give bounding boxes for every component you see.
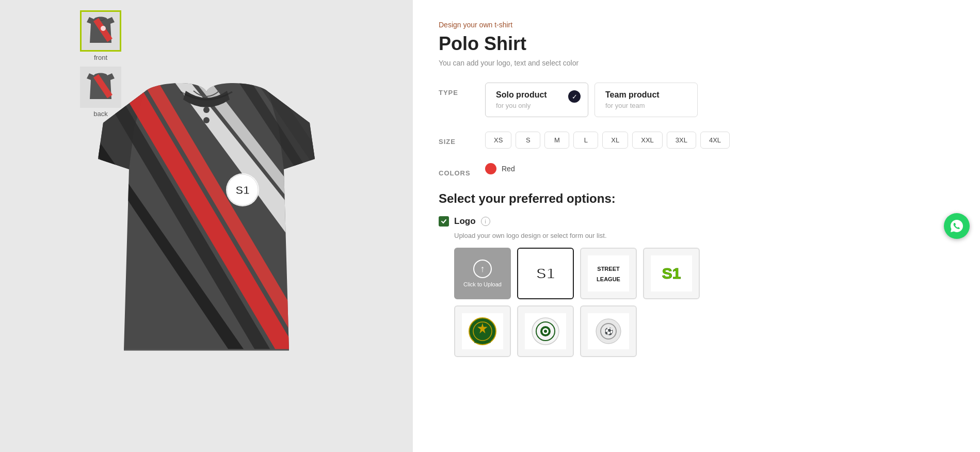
size-options: XS S M L XL XXL 3XL 4XL [485, 132, 730, 149]
svg-rect-10 [588, 255, 629, 292]
logo-item-s1-green[interactable]: S1 [643, 248, 700, 299]
svg-point-4 [203, 117, 210, 123]
colors-label: COLORS [439, 163, 475, 177]
upload-icon-area: ↑ Click to Upload [463, 260, 502, 287]
svg-text:STREET: STREET [597, 266, 620, 272]
type-label: TYPE [439, 83, 475, 96]
color-red-dot[interactable] [485, 163, 496, 174]
logo-item-emblem3[interactable]: ⚽ [580, 305, 637, 357]
type-solo-check: ✓ [568, 90, 581, 103]
svg-point-1 [101, 26, 106, 31]
whatsapp-button[interactable] [944, 213, 970, 239]
logo-info-icon[interactable]: i [481, 217, 490, 226]
logo-item-morocco[interactable]: MOROCCO [454, 305, 511, 357]
thumbnail-front-label: front [94, 54, 107, 61]
size-3xl[interactable]: 3XL [667, 132, 696, 149]
upload-text: Click to Upload [463, 281, 502, 287]
svg-text:S1: S1 [662, 265, 681, 282]
size-l[interactable]: L [573, 132, 598, 149]
thumbnail-front-img[interactable] [80, 10, 121, 52]
whatsapp-icon [950, 219, 964, 233]
type-options: Solo product for you only ✓ Team product… [485, 83, 698, 117]
size-xxl[interactable]: XXL [632, 132, 663, 149]
shirt-svg: S1 [83, 76, 330, 376]
logo-checkbox[interactable] [439, 216, 449, 227]
thumbnail-front[interactable]: front [80, 10, 121, 61]
colors-section: COLORS Red [439, 163, 954, 177]
logo-emblem2-svg [525, 313, 566, 349]
type-team-card[interactable]: Team product for your team [595, 83, 698, 117]
size-m[interactable]: M [544, 132, 569, 149]
svg-point-3 [203, 107, 210, 113]
right-panel: Design your own t-shirt Polo Shirt You c… [413, 0, 980, 452]
svg-text:S1: S1 [536, 265, 555, 282]
page-subtitle: Design your own t-shirt [439, 21, 954, 29]
main-layout: front [0, 0, 980, 452]
type-solo-subtitle: for you only [496, 102, 577, 109]
size-s[interactable]: S [516, 132, 540, 149]
color-options: Red [485, 163, 515, 174]
logo-item-emblem2[interactable] [517, 305, 574, 357]
logo-emblem3-svg: ⚽ [588, 313, 629, 349]
size-xs[interactable]: XS [485, 132, 511, 149]
checkmark-icon [441, 218, 447, 224]
logo-item-street-league[interactable]: STREET LEAGUE [580, 248, 637, 299]
svg-text:⚽: ⚽ [604, 327, 614, 336]
upload-arrow-icon: ↑ [473, 260, 492, 278]
svg-text:LEAGUE: LEAGUE [597, 276, 620, 282]
type-solo-card[interactable]: Solo product for you only ✓ [485, 83, 588, 117]
color-red-label: Red [502, 165, 515, 173]
type-team-subtitle: for your team [605, 102, 687, 109]
product-desc: You can add your logo, text and select c… [439, 59, 954, 67]
svg-point-25 [544, 330, 547, 333]
logo-s1-svg: S1 [525, 255, 566, 292]
type-solo-title: Solo product [496, 90, 577, 100]
size-xl[interactable]: XL [602, 132, 628, 149]
size-4xl[interactable]: 4XL [700, 132, 730, 149]
shirt-display: S1 [57, 66, 356, 386]
type-section: TYPE Solo product for you only ✓ Team pr… [439, 83, 954, 117]
logo-street-league-svg: STREET LEAGUE [588, 255, 629, 292]
logo-grid: ↑ Click to Upload S1 STREET [454, 248, 954, 357]
logo-morocco-svg: MOROCCO [462, 313, 503, 349]
preferred-section: Select your preferred options: Logo i Up… [439, 191, 954, 357]
type-team-title: Team product [605, 90, 687, 100]
logo-option-label: Logo [454, 216, 476, 227]
logo-hint: Upload your own logo design or select fo… [454, 232, 954, 239]
logo-s1-green-svg: S1 [651, 255, 692, 292]
size-section: SIZE XS S M L XL XXL 3XL 4XL [439, 132, 954, 149]
left-panel: front [0, 0, 413, 452]
logo-item-s1[interactable]: S1 [517, 248, 574, 299]
product-title: Polo Shirt [439, 33, 954, 55]
preferred-title: Select your preferred options: [439, 191, 954, 206]
logo-upload-btn[interactable]: ↑ Click to Upload [454, 248, 511, 299]
logo-checkbox-row: Logo i [439, 216, 954, 227]
size-label: SIZE [439, 132, 475, 146]
svg-text:MOROCCO: MOROCCO [474, 341, 491, 344]
svg-text:S1: S1 [236, 184, 250, 197]
